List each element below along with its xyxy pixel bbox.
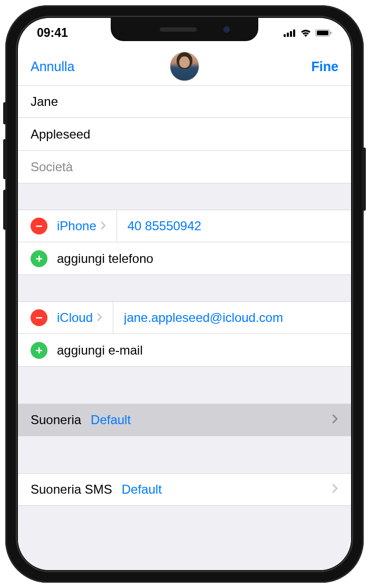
add-email-label: aggiungi e-mail	[57, 343, 143, 358]
chevron-right-icon	[97, 312, 102, 324]
ringtone-value: Default	[91, 413, 332, 427]
cancel-button[interactable]: Annulla	[31, 59, 74, 74]
email-type-picker[interactable]: iCloud	[57, 310, 102, 325]
first-name-row[interactable]	[18, 85, 351, 118]
text-tone-section: Suoneria SMS Default	[18, 473, 351, 506]
company-input[interactable]	[31, 160, 338, 174]
email-address-field[interactable]: jane.appleseed@icloud.com	[124, 310, 338, 325]
text-tone-label: Suoneria SMS	[31, 482, 112, 497]
email-row[interactable]: iCloud jane.appleseed@icloud.com	[18, 301, 351, 334]
wifi-icon	[300, 26, 312, 40]
add-email-button[interactable]	[31, 342, 47, 359]
section-gap	[18, 183, 351, 210]
remove-phone-button[interactable]	[31, 218, 47, 234]
chevron-right-icon	[101, 220, 106, 232]
svg-rect-6	[331, 32, 332, 34]
section-gap	[18, 436, 351, 473]
svg-rect-2	[290, 31, 292, 37]
remove-email-button[interactable]	[31, 309, 47, 326]
svg-rect-10	[36, 317, 42, 319]
phone-row[interactable]: iPhone 40 85550942	[18, 210, 351, 242]
add-phone-row[interactable]: aggiungi telefono	[18, 242, 351, 275]
svg-rect-7	[36, 226, 42, 227]
phone-type-label: iPhone	[57, 219, 96, 233]
svg-rect-0	[284, 34, 286, 37]
svg-rect-9	[36, 258, 42, 260]
divider	[113, 302, 113, 334]
section-gap	[18, 275, 351, 301]
email-type-label: iCloud	[57, 310, 93, 325]
divider	[116, 210, 117, 242]
name-section	[18, 85, 351, 183]
section-gap	[18, 367, 351, 404]
company-row[interactable]	[18, 151, 351, 183]
add-phone-button[interactable]	[31, 250, 47, 267]
contact-avatar[interactable]	[170, 52, 199, 81]
silent-switch	[3, 102, 6, 124]
power-button	[363, 148, 366, 211]
svg-rect-1	[287, 33, 289, 37]
add-email-row[interactable]: aggiungi e-mail	[18, 334, 351, 367]
volume-up-button	[3, 139, 6, 179]
text-tone-row[interactable]: Suoneria SMS Default	[18, 473, 351, 506]
svg-rect-3	[293, 30, 295, 37]
text-tone-value: Default	[122, 482, 332, 497]
volume-down-button	[3, 190, 6, 230]
ringtone-row[interactable]: Suoneria Default	[18, 404, 351, 436]
cellular-icon	[284, 26, 296, 40]
svg-rect-5	[317, 31, 328, 35]
screen: 09:41 Annulla Fine	[18, 18, 351, 570]
speaker	[160, 27, 197, 32]
ringtone-label: Suoneria	[31, 413, 81, 427]
phone-number-field[interactable]: 40 85550942	[128, 219, 338, 233]
chevron-right-icon	[332, 413, 338, 427]
nav-bar: Annulla Fine	[18, 47, 351, 85]
notch	[111, 18, 258, 41]
chevron-right-icon	[332, 482, 338, 497]
svg-rect-12	[36, 350, 42, 351]
done-button[interactable]: Fine	[312, 59, 338, 74]
email-section: iCloud jane.appleseed@icloud.com aggiung…	[18, 301, 351, 367]
phone-section: iPhone 40 85550942 aggiungi telefono	[18, 210, 351, 275]
content: iPhone 40 85550942 aggiungi telefono	[18, 85, 351, 570]
last-name-row[interactable]	[18, 118, 351, 151]
phone-type-picker[interactable]: iPhone	[57, 219, 106, 233]
device-frame: 09:41 Annulla Fine	[5, 5, 364, 583]
battery-icon	[315, 26, 332, 40]
status-time: 09:41	[37, 26, 68, 40]
first-name-input[interactable]	[31, 94, 338, 109]
ringtone-section: Suoneria Default	[18, 404, 351, 436]
add-phone-label: aggiungi telefono	[57, 251, 153, 266]
front-camera	[223, 26, 230, 33]
last-name-input[interactable]	[31, 127, 338, 142]
